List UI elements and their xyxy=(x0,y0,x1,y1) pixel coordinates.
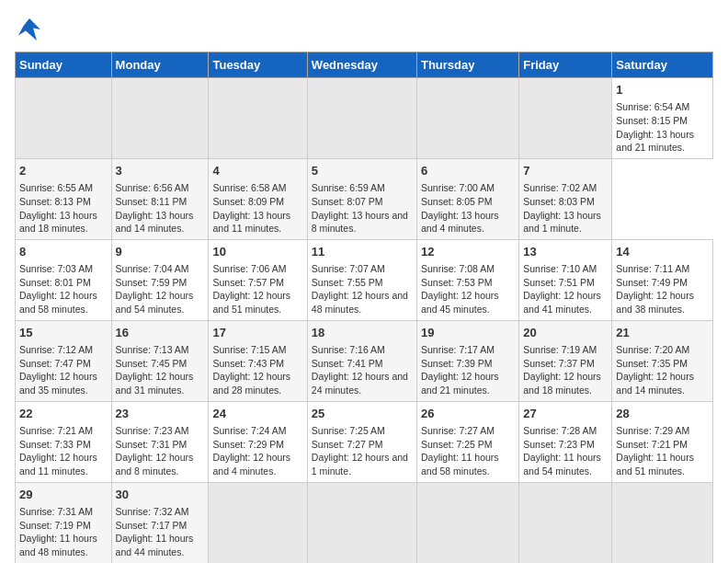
day-number: 5 xyxy=(312,163,413,179)
calendar-cell xyxy=(519,78,612,159)
day-info: Sunrise: 7:29 AMSunset: 7:21 PMDaylight:… xyxy=(616,424,709,478)
day-info: Sunrise: 7:23 AMSunset: 7:31 PMDaylight:… xyxy=(116,424,205,478)
calendar-cell: 20Sunrise: 7:19 AMSunset: 7:37 PMDayligh… xyxy=(519,320,612,401)
calendar-cell: 19Sunrise: 7:17 AMSunset: 7:39 PMDayligh… xyxy=(416,320,518,401)
day-number: 18 xyxy=(312,325,413,341)
day-info: Sunrise: 7:02 AMSunset: 8:03 PMDaylight:… xyxy=(523,181,608,236)
calendar-week-row: 8Sunrise: 7:03 AMSunset: 8:01 PMDaylight… xyxy=(16,239,713,320)
calendar-cell: 4Sunrise: 6:58 AMSunset: 8:09 PMDaylight… xyxy=(209,158,307,239)
day-number: 13 xyxy=(523,244,608,260)
day-info: Sunrise: 7:19 AMSunset: 7:37 PMDaylight:… xyxy=(523,343,608,397)
day-info: Sunrise: 7:25 AMSunset: 7:27 PMDaylight:… xyxy=(312,424,413,478)
day-info: Sunrise: 7:12 AMSunset: 7:47 PMDaylight:… xyxy=(19,343,108,397)
calendar-table: SundayMondayTuesdayWednesdayThursdayFrid… xyxy=(15,52,713,563)
calendar-cell: 8Sunrise: 7:03 AMSunset: 8:01 PMDaylight… xyxy=(16,239,112,320)
day-number: 1 xyxy=(616,82,709,98)
day-info: Sunrise: 7:08 AMSunset: 7:53 PMDaylight:… xyxy=(421,262,515,316)
day-info: Sunrise: 7:11 AMSunset: 7:49 PMDaylight:… xyxy=(616,262,709,316)
day-info: Sunrise: 7:27 AMSunset: 7:25 PMDaylight:… xyxy=(421,424,515,478)
calendar-cell: 2Sunrise: 6:55 AMSunset: 8:13 PMDaylight… xyxy=(16,158,112,239)
day-info: Sunrise: 6:54 AMSunset: 8:15 PMDaylight:… xyxy=(616,100,709,155)
day-number: 28 xyxy=(616,406,709,422)
day-info: Sunrise: 7:03 AMSunset: 8:01 PMDaylight:… xyxy=(19,262,108,316)
calendar-cell xyxy=(416,482,518,563)
calendar-cell: 22Sunrise: 7:21 AMSunset: 7:33 PMDayligh… xyxy=(16,401,112,482)
day-header-friday: Friday xyxy=(519,52,612,78)
day-header-sunday: Sunday xyxy=(16,52,112,78)
day-info: Sunrise: 7:24 AMSunset: 7:29 PMDaylight:… xyxy=(212,424,302,478)
day-info: Sunrise: 7:06 AMSunset: 7:57 PMDaylight:… xyxy=(212,262,302,316)
day-number: 26 xyxy=(421,406,515,422)
day-number: 4 xyxy=(212,163,302,179)
page-header xyxy=(15,15,713,44)
day-number: 11 xyxy=(312,244,413,260)
day-info: Sunrise: 7:16 AMSunset: 7:41 PMDaylight:… xyxy=(312,343,413,397)
svg-marker-0 xyxy=(18,18,40,40)
day-info: Sunrise: 7:00 AMSunset: 8:05 PMDaylight:… xyxy=(421,181,515,236)
day-header-thursday: Thursday xyxy=(416,52,518,78)
calendar-cell: 30Sunrise: 7:32 AMSunset: 7:17 PMDayligh… xyxy=(111,482,209,563)
day-number: 14 xyxy=(616,244,709,260)
day-number: 22 xyxy=(19,406,108,422)
day-info: Sunrise: 7:15 AMSunset: 7:43 PMDaylight:… xyxy=(212,343,302,397)
day-info: Sunrise: 7:17 AMSunset: 7:39 PMDaylight:… xyxy=(421,343,515,397)
calendar-week-row: 22Sunrise: 7:21 AMSunset: 7:33 PMDayligh… xyxy=(16,401,713,482)
calendar-cell: 28Sunrise: 7:29 AMSunset: 7:21 PMDayligh… xyxy=(612,401,713,482)
day-info: Sunrise: 7:20 AMSunset: 7:35 PMDaylight:… xyxy=(616,343,709,397)
day-info: Sunrise: 7:13 AMSunset: 7:45 PMDaylight:… xyxy=(116,343,205,397)
logo-icon xyxy=(15,15,44,44)
calendar-cell: 11Sunrise: 7:07 AMSunset: 7:55 PMDayligh… xyxy=(307,239,416,320)
day-number: 15 xyxy=(19,325,108,341)
day-number: 8 xyxy=(19,244,108,260)
calendar-cell xyxy=(519,482,612,563)
day-header-wednesday: Wednesday xyxy=(307,52,416,78)
day-info: Sunrise: 7:04 AMSunset: 7:59 PMDaylight:… xyxy=(116,262,205,316)
calendar-cell: 13Sunrise: 7:10 AMSunset: 7:51 PMDayligh… xyxy=(519,239,612,320)
day-info: Sunrise: 7:31 AMSunset: 7:19 PMDaylight:… xyxy=(19,505,108,559)
day-header-saturday: Saturday xyxy=(612,52,713,78)
day-number: 27 xyxy=(523,406,608,422)
day-info: Sunrise: 7:07 AMSunset: 7:55 PMDaylight:… xyxy=(312,262,413,316)
calendar-cell: 17Sunrise: 7:15 AMSunset: 7:43 PMDayligh… xyxy=(209,320,307,401)
day-info: Sunrise: 7:10 AMSunset: 7:51 PMDaylight:… xyxy=(523,262,608,316)
day-number: 3 xyxy=(116,163,205,179)
calendar-cell: 3Sunrise: 6:56 AMSunset: 8:11 PMDaylight… xyxy=(111,158,209,239)
day-number: 12 xyxy=(421,244,515,260)
calendar-week-row: 1Sunrise: 6:54 AMSunset: 8:15 PMDaylight… xyxy=(16,78,713,159)
calendar-cell: 24Sunrise: 7:24 AMSunset: 7:29 PMDayligh… xyxy=(209,401,307,482)
day-number: 30 xyxy=(116,487,205,503)
day-number: 23 xyxy=(116,406,205,422)
calendar-cell: 5Sunrise: 6:59 AMSunset: 8:07 PMDaylight… xyxy=(307,158,416,239)
day-number: 21 xyxy=(616,325,709,341)
calendar-cell xyxy=(307,78,416,159)
calendar-week-row: 29Sunrise: 7:31 AMSunset: 7:19 PMDayligh… xyxy=(16,482,713,563)
day-number: 6 xyxy=(421,163,515,179)
calendar-cell: 29Sunrise: 7:31 AMSunset: 7:19 PMDayligh… xyxy=(16,482,112,563)
calendar-cell: 6Sunrise: 7:00 AMSunset: 8:05 PMDaylight… xyxy=(416,158,518,239)
calendar-cell xyxy=(111,78,209,159)
calendar-cell: 1Sunrise: 6:54 AMSunset: 8:15 PMDaylight… xyxy=(612,78,713,159)
calendar-cell: 27Sunrise: 7:28 AMSunset: 7:23 PMDayligh… xyxy=(519,401,612,482)
day-header-tuesday: Tuesday xyxy=(209,52,307,78)
day-number: 17 xyxy=(212,325,302,341)
calendar-cell: 14Sunrise: 7:11 AMSunset: 7:49 PMDayligh… xyxy=(612,239,713,320)
calendar-cell: 7Sunrise: 7:02 AMSunset: 8:03 PMDaylight… xyxy=(519,158,612,239)
calendar-cell: 10Sunrise: 7:06 AMSunset: 7:57 PMDayligh… xyxy=(209,239,307,320)
day-number: 16 xyxy=(116,325,205,341)
calendar-cell xyxy=(416,78,518,159)
day-number: 2 xyxy=(19,163,108,179)
calendar-cell: 25Sunrise: 7:25 AMSunset: 7:27 PMDayligh… xyxy=(307,401,416,482)
calendar-cell: 26Sunrise: 7:27 AMSunset: 7:25 PMDayligh… xyxy=(416,401,518,482)
day-info: Sunrise: 6:59 AMSunset: 8:07 PMDaylight:… xyxy=(312,181,413,236)
day-info: Sunrise: 6:58 AMSunset: 8:09 PMDaylight:… xyxy=(212,181,302,236)
calendar-week-row: 15Sunrise: 7:12 AMSunset: 7:47 PMDayligh… xyxy=(16,320,713,401)
logo xyxy=(15,15,48,44)
calendar-cell: 15Sunrise: 7:12 AMSunset: 7:47 PMDayligh… xyxy=(16,320,112,401)
day-number: 24 xyxy=(212,406,302,422)
calendar-cell: 12Sunrise: 7:08 AMSunset: 7:53 PMDayligh… xyxy=(416,239,518,320)
day-number: 19 xyxy=(421,325,515,341)
calendar-cell: 23Sunrise: 7:23 AMSunset: 7:31 PMDayligh… xyxy=(111,401,209,482)
day-info: Sunrise: 7:21 AMSunset: 7:33 PMDaylight:… xyxy=(19,424,108,478)
calendar-cell: 21Sunrise: 7:20 AMSunset: 7:35 PMDayligh… xyxy=(612,320,713,401)
day-number: 25 xyxy=(312,406,413,422)
